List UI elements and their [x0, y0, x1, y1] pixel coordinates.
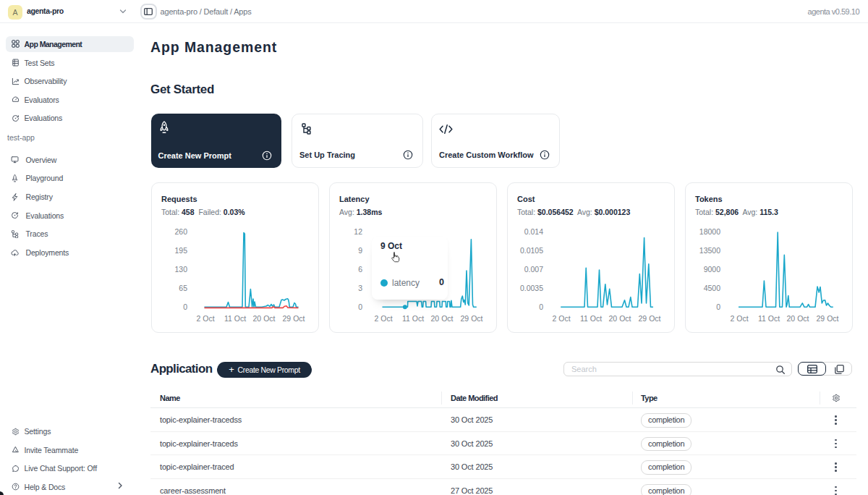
- svg-text:2 Oct: 2 Oct: [552, 314, 570, 323]
- svg-text:0.007: 0.007: [524, 265, 543, 274]
- svg-text:11 Oct: 11 Oct: [580, 314, 602, 323]
- svg-text:6: 6: [358, 265, 362, 274]
- svg-text:195: 195: [174, 246, 187, 255]
- svg-text:130: 130: [174, 265, 187, 274]
- svg-text:9: 9: [358, 246, 362, 255]
- svg-text:11 Oct: 11 Oct: [758, 314, 780, 323]
- svg-text:11 Oct: 11 Oct: [224, 314, 246, 323]
- svg-text:20 Oct: 20 Oct: [609, 314, 631, 323]
- svg-text:12: 12: [354, 227, 362, 236]
- svg-text:29 Oct: 29 Oct: [639, 314, 661, 323]
- svg-text:0.0105: 0.0105: [520, 246, 543, 255]
- svg-text:2 Oct: 2 Oct: [374, 314, 392, 323]
- svg-text:20 Oct: 20 Oct: [787, 314, 809, 323]
- svg-text:13500: 13500: [699, 246, 720, 255]
- svg-text:0: 0: [183, 302, 187, 311]
- svg-text:18000: 18000: [699, 227, 720, 236]
- svg-text:29 Oct: 29 Oct: [817, 314, 839, 323]
- svg-text:29 Oct: 29 Oct: [461, 314, 483, 323]
- svg-text:9000: 9000: [704, 265, 721, 274]
- svg-text:0: 0: [539, 302, 543, 311]
- svg-text:29 Oct: 29 Oct: [283, 314, 305, 323]
- svg-text:2 Oct: 2 Oct: [730, 314, 748, 323]
- svg-text:3: 3: [358, 284, 362, 292]
- svg-text:0.014: 0.014: [524, 227, 543, 236]
- svg-text:20 Oct: 20 Oct: [253, 314, 276, 323]
- svg-text:4500: 4500: [704, 284, 721, 292]
- svg-text:0: 0: [716, 302, 720, 311]
- svg-text:2 Oct: 2 Oct: [196, 314, 214, 323]
- svg-text:0.0035: 0.0035: [520, 284, 543, 292]
- svg-text:65: 65: [179, 284, 187, 292]
- svg-text:260: 260: [174, 227, 187, 236]
- svg-text:0: 0: [358, 302, 362, 311]
- svg-text:11 Oct: 11 Oct: [402, 314, 424, 323]
- svg-text:20 Oct: 20 Oct: [431, 314, 454, 323]
